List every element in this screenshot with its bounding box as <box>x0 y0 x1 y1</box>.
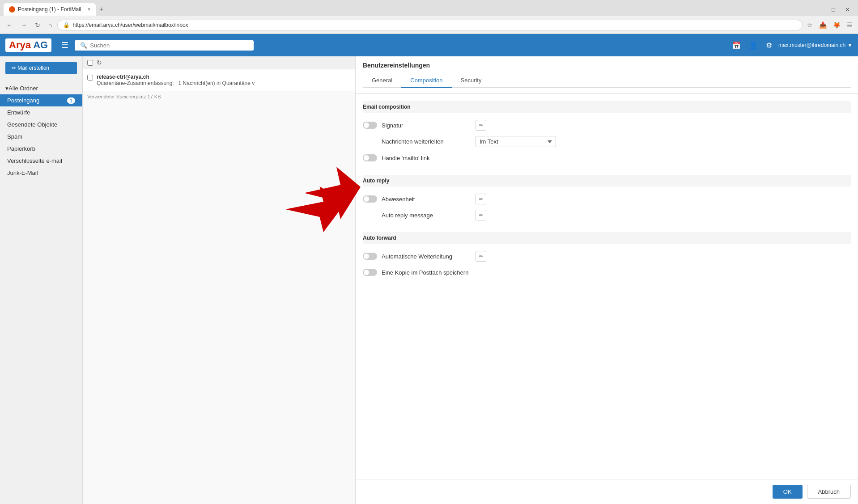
refresh-email-button[interactable]: ↻ <box>97 59 102 66</box>
pocket-button[interactable]: 📥 <box>817 20 828 30</box>
home-button[interactable]: ⌂ <box>46 20 55 30</box>
sidebar-folders: ▾ Alle Ordner Posteingang 1 Entwürfe Ges… <box>0 80 82 182</box>
all-folders-label: Alle Ordner <box>8 85 38 92</box>
header-icons: 📅 👤 ⚙ max.muster@ihredomain.ch ▼ <box>730 39 853 51</box>
auto-reply-title: Auto reply <box>363 175 851 186</box>
username-label: max.muster@ihredomain.ch <box>778 42 845 48</box>
firefox-icon[interactable]: 🦊 <box>831 20 842 30</box>
bookmark-button[interactable]: ☆ <box>805 20 815 30</box>
hamburger-button[interactable]: ☰ <box>59 38 70 52</box>
logo-text-blue: AG <box>31 39 48 51</box>
sidebar-item-spam[interactable]: Spam <box>0 131 82 143</box>
settings-title: Benutzereinstellungen <box>363 62 851 69</box>
abwesenheit-edit-button[interactable]: ✏ <box>476 194 486 204</box>
auto-forward-toggle-switch[interactable] <box>363 253 377 260</box>
sidebar-item-posteingang[interactable]: Posteingang 1 <box>0 94 82 106</box>
sidebar: ✏ Mail erstellen ▾ Alle Ordner Posteinga… <box>0 56 83 504</box>
logo-text-red: Arya <box>9 39 31 51</box>
spam-label: Spam <box>7 133 22 140</box>
user-menu[interactable]: max.muster@ihredomain.ch ▼ <box>778 42 853 48</box>
refresh-button[interactable]: ↻ <box>32 20 43 30</box>
cancel-button[interactable]: Abbruch <box>807 485 851 499</box>
compose-button[interactable]: ✏ Mail erstellen <box>5 62 77 74</box>
signatur-label: Signatur <box>382 122 471 129</box>
auto-reply-message-edit-button[interactable]: ✏ <box>476 210 486 220</box>
verschluesselt-label: Verschlüsselte e-mail <box>7 157 62 164</box>
handle-mailto-row: Handle 'mailto' link <box>363 150 851 166</box>
signatur-toggle-switch[interactable] <box>363 122 377 129</box>
abwesenheit-row: Abwesenheit ✏ <box>363 191 851 207</box>
sidebar-item-junk[interactable]: Junk-E-Mail <box>0 167 82 179</box>
select-all-checkbox[interactable] <box>87 60 93 66</box>
eine-kopie-toggle-switch[interactable] <box>363 269 377 276</box>
address-bar[interactable]: 🔒 https://email.arya.ch/user/webmail/mai… <box>57 20 803 30</box>
forward-button[interactable]: → <box>18 20 30 30</box>
all-folders-toggle[interactable]: ▾ Alle Ordner <box>0 82 82 94</box>
browser-tab[interactable]: Posteingang (1) - FortiMail × <box>4 3 96 16</box>
eine-kopie-toggle[interactable] <box>363 269 377 276</box>
settings-button[interactable]: ⚙ <box>764 39 774 51</box>
auto-forward-title: Auto forward <box>363 232 851 244</box>
auto-reply-message-label: Auto reply message <box>382 212 471 219</box>
tab-composition[interactable]: Composition <box>401 73 451 88</box>
user-dropdown-icon: ▼ <box>847 42 853 48</box>
tab-security[interactable]: Security <box>452 73 491 88</box>
handle-mailto-toggle[interactable] <box>363 154 377 161</box>
email-subject: Quarantäne-Zusammenfassung: | 1 Nachrich… <box>97 80 351 86</box>
eine-kopie-toggle-knob <box>364 270 369 275</box>
sidebar-item-entwuerfe[interactable]: Entwürfe <box>0 106 82 119</box>
email-checkbox[interactable] <box>87 75 93 80</box>
nachrichten-select[interactable]: Im Text Als Anlage <box>476 136 556 147</box>
tab-close-icon[interactable]: × <box>87 6 90 13</box>
new-tab-button[interactable]: + <box>96 5 107 13</box>
maximize-button[interactable]: □ <box>827 5 840 14</box>
auto-forward-section: Auto forward Automatische Weiterleitung … <box>363 232 851 280</box>
settings-footer: OK Abbruch <box>356 479 858 504</box>
search-box[interactable]: 🔍 <box>75 40 254 51</box>
abwesenheit-toggle-switch[interactable] <box>363 195 377 203</box>
gesendete-label: Gesendete Objekte <box>7 121 57 128</box>
email-toolbar: ↻ <box>83 56 355 69</box>
email-composition-section: Email composition Signatur ✏ Nachr <box>363 101 851 166</box>
auto-forward-edit-button[interactable]: ✏ <box>476 251 486 262</box>
tab-favicon <box>9 6 15 13</box>
email-sender: release-ctrl@arya.ch <box>97 74 351 80</box>
auto-forward-toggle[interactable] <box>363 253 377 260</box>
minimize-button[interactable]: — <box>811 5 826 14</box>
handle-mailto-label: Handle 'mailto' link <box>382 155 471 161</box>
email-composition-title: Email composition <box>363 101 851 113</box>
settings-body: Email composition Signatur ✏ Nachr <box>356 94 858 479</box>
contacts-button[interactable]: 👤 <box>747 39 760 51</box>
app-header: Arya AG ☰ 🔍 📅 👤 ⚙ max.muster@ihredomain.… <box>0 34 858 56</box>
nachrichten-row: Nachrichten weiterleiten Im Text Als Anl… <box>363 133 851 150</box>
tab-label: Posteingang (1) - FortiMail <box>18 6 81 13</box>
handle-mailto-toggle-switch[interactable] <box>363 154 377 161</box>
automatische-label: Automatische Weiterleitung <box>382 253 471 260</box>
signatur-toggle-knob <box>364 123 369 128</box>
signatur-edit-button[interactable]: ✏ <box>476 120 486 131</box>
auto-reply-section: Auto reply Abwesenheit ✏ Auto repl <box>363 175 851 223</box>
storage-info: Verwendeter Speicherplatz 17 KB <box>83 91 355 102</box>
settings-panel: Benutzereinstellungen General Compositio… <box>356 56 858 504</box>
calendar-button[interactable]: 📅 <box>730 39 743 51</box>
signatur-toggle[interactable] <box>363 122 377 129</box>
email-list: ↻ release-ctrl@arya.ch Quarantäne-Zusamm… <box>83 56 356 504</box>
menu-button[interactable]: ☰ <box>845 20 854 30</box>
close-button[interactable]: ✕ <box>841 5 854 14</box>
posteingang-label: Posteingang <box>7 97 39 104</box>
signatur-row: Signatur ✏ <box>363 117 851 133</box>
abwesenheit-toggle[interactable] <box>363 195 377 203</box>
search-input[interactable] <box>90 42 248 49</box>
sidebar-item-gesendete[interactable]: Gesendete Objekte <box>0 119 82 131</box>
posteingang-badge: 1 <box>67 97 75 104</box>
search-icon: 🔍 <box>80 42 87 49</box>
sidebar-item-papierkorb[interactable]: Papierkorb <box>0 143 82 155</box>
tab-general[interactable]: General <box>363 73 401 88</box>
auto-reply-message-row: Auto reply message ✏ <box>363 207 851 223</box>
papierkorb-label: Papierkorb <box>7 145 35 152</box>
sidebar-item-verschluesselt[interactable]: Verschlüsselte e-mail <box>0 155 82 167</box>
junk-label: Junk-E-Mail <box>7 169 38 176</box>
ok-button[interactable]: OK <box>773 485 803 499</box>
back-button[interactable]: ← <box>4 20 15 30</box>
email-row[interactable]: release-ctrl@arya.ch Quarantäne-Zusammen… <box>83 69 355 91</box>
